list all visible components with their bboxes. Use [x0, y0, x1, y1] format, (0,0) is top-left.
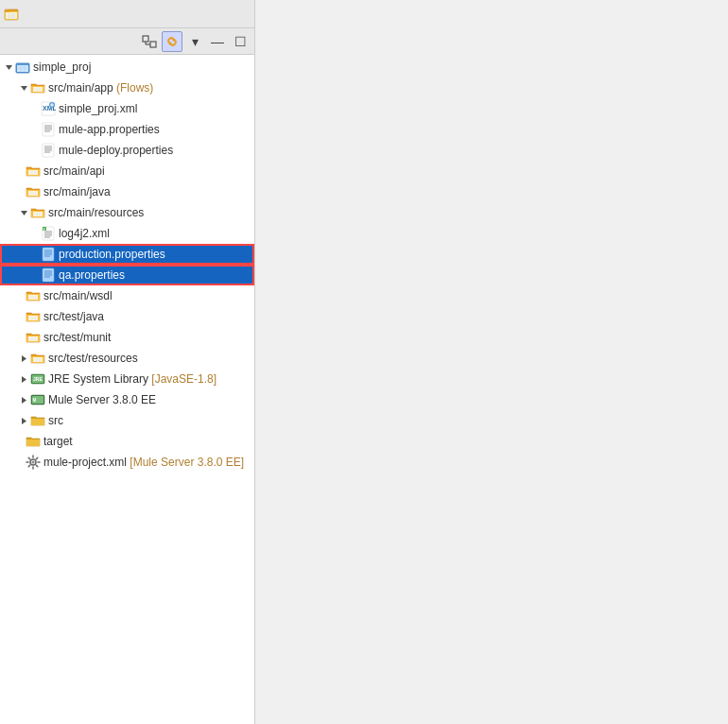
file-icon-folder-grid [30, 205, 45, 220]
svg-marker-96 [22, 376, 26, 383]
file-icon-xml-mule: XML [41, 101, 56, 116]
expand-arrow[interactable] [17, 372, 30, 386]
tree-item-src_test_resources[interactable]: src/test/resources [0, 348, 254, 369]
file-icon-props-file [41, 247, 56, 262]
item-label: Mule Server 3.8.0 EE [48, 393, 156, 406]
tree-item-production_props[interactable]: production.properties [0, 244, 254, 265]
tree-item-simple_proj[interactable]: simple_proj [0, 57, 254, 78]
expand-arrow[interactable] [32, 123, 41, 136]
tree-item-log4j2_xml[interactable]: X log4j2.xml [0, 223, 254, 244]
item-label: src/test/java [43, 310, 104, 323]
item-label: production.properties [59, 248, 165, 261]
expand-arrow[interactable] [17, 206, 30, 219]
item-label: src [48, 414, 63, 427]
file-icon-folder-grid [26, 330, 41, 345]
item-label: simple_proj [33, 60, 91, 74]
svg-marker-15 [6, 65, 12, 70]
file-icon-folder-grid [26, 164, 41, 179]
tree-item-jre_system[interactable]: JRE JRE System Library [JavaSE-1.8] [0, 369, 254, 389]
tree-item-src_test_java[interactable]: src/test/java [0, 306, 254, 327]
panel-toolbar: ▾ — ☐ [0, 28, 254, 55]
expand-arrow[interactable] [17, 81, 30, 95]
svg-marker-100 [22, 397, 26, 404]
expand-arrow[interactable] [32, 102, 41, 115]
file-icon-props [41, 143, 56, 158]
expand-arrow[interactable] [17, 456, 26, 469]
expand-arrow[interactable] [17, 185, 26, 198]
svg-marker-104 [22, 418, 26, 424]
link-with-editor-button[interactable] [162, 31, 182, 52]
tree-item-src[interactable]: src [0, 410, 254, 431]
collapse-all-button[interactable] [139, 31, 160, 52]
maximize-button[interactable]: ☐ [230, 31, 251, 52]
item-tag: (Flows) [113, 81, 154, 95]
item-label: mule-deploy.properties [59, 144, 173, 157]
tree-item-mule_server[interactable]: M Mule Server 3.8.0 EE [0, 389, 254, 410]
tree-item-src_main_java[interactable]: src/main/java [0, 181, 254, 202]
editor-area [255, 0, 728, 724]
expand-arrow[interactable] [32, 248, 41, 261]
item-label: src/test/munit [43, 331, 111, 344]
file-icon-folder-plain [26, 434, 41, 449]
svg-marker-90 [22, 355, 26, 362]
item-label: src/main/java [43, 185, 111, 198]
item-tag: [JavaSE-1.8] [148, 372, 217, 386]
item-label: mule-project.xml [Mule Server 3.8.0 EE] [43, 456, 244, 469]
file-icon-folder-flows [30, 80, 45, 95]
expand-arrow[interactable] [17, 414, 30, 427]
item-label: src/main/resources [48, 206, 144, 219]
expand-arrow[interactable] [17, 393, 30, 406]
minimize-button[interactable]: — [207, 31, 228, 52]
svg-rect-10 [150, 42, 156, 47]
item-label: mule-app.properties [59, 123, 160, 136]
svg-point-106 [32, 461, 35, 464]
svg-rect-2 [5, 9, 9, 12]
svg-text:JRE: JRE [33, 376, 43, 382]
tree-item-simple_proj_xml[interactable]: XML simple_proj.xml [0, 98, 254, 119]
file-icon-props [41, 122, 56, 137]
file-icon-folder-grid [26, 309, 41, 324]
file-icon-folder-grid [30, 351, 45, 366]
expand-arrow[interactable] [17, 164, 26, 178]
svg-point-13 [169, 42, 172, 44]
file-icon-folder-grid [26, 184, 41, 199]
svg-marker-52 [21, 211, 27, 215]
expand-arrow[interactable] [17, 352, 30, 365]
tree-item-mule_app_props[interactable]: mule-app.properties [0, 119, 254, 140]
svg-text:M: M [33, 398, 37, 403]
tree-item-src_main_wsdl[interactable]: src/main/wsdl [0, 285, 254, 306]
item-label: src/test/resources [48, 352, 138, 365]
panel-header [0, 0, 254, 28]
tree-item-mule_project_xml[interactable]: mule-project.xml [Mule Server 3.8.0 EE] [0, 452, 254, 473]
tree-item-src_test_munit[interactable]: src/test/munit [0, 327, 254, 348]
view-menu-button[interactable]: ▾ [184, 31, 205, 52]
file-icon-project [15, 60, 30, 75]
file-icon-gear [26, 455, 41, 470]
tree-item-mule_deploy_props[interactable]: mule-deploy.properties [0, 140, 254, 161]
expand-arrow[interactable] [32, 144, 41, 157]
file-icon-folder-grid [26, 288, 41, 303]
item-label: target [43, 435, 73, 448]
file-icon-props-file [41, 267, 56, 283]
expand-arrow[interactable] [17, 289, 26, 302]
expand-arrow[interactable] [2, 60, 15, 74]
tree-item-target[interactable]: target [0, 431, 254, 452]
expand-arrow[interactable] [32, 268, 41, 282]
tree-item-qa_props[interactable]: qa.properties [0, 265, 254, 285]
item-tag: [Mule Server 3.8.0 EE] [127, 456, 244, 469]
svg-rect-9 [143, 36, 148, 42]
item-label: src/main/wsdl [43, 289, 113, 302]
file-icon-folder-plain [30, 413, 45, 428]
expand-arrow[interactable] [17, 435, 26, 448]
tree-item-src_main_app[interactable]: src/main/app (Flows) [0, 78, 254, 98]
expand-arrow[interactable] [17, 331, 26, 344]
expand-arrow[interactable] [32, 227, 41, 240]
tree-item-src_main_resources[interactable]: src/main/resources [0, 202, 254, 223]
tree-item-src_main_api[interactable]: src/main/api [0, 161, 254, 181]
item-label: src/main/api [43, 164, 105, 178]
expand-arrow[interactable] [17, 310, 26, 323]
item-label: src/main/app (Flows) [48, 81, 153, 95]
package-explorer-icon [4, 7, 19, 22]
file-icon-mule: M [30, 392, 45, 407]
item-label: simple_proj.xml [59, 102, 137, 115]
